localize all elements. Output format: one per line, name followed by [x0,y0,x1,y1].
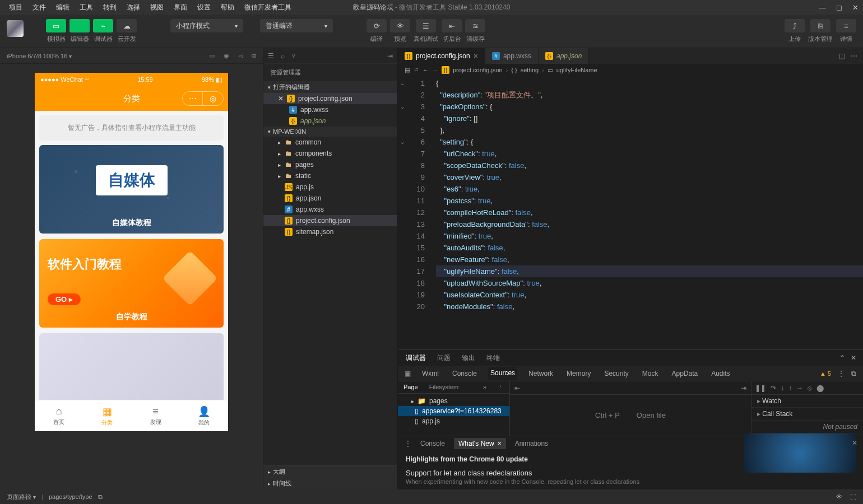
console-tab-Console[interactable]: Console [420,440,445,447]
tabbar-首页[interactable]: ⌂首页 [35,400,83,431]
tb-真机调试[interactable]: ☰真机调试 [414,19,438,43]
branch-icon[interactable]: ⑂ [291,52,295,60]
tree-item[interactable]: JSapp.js [263,181,397,193]
tree-item[interactable]: ▸🖿static [263,170,397,181]
devtab-Mock[interactable]: Mock [640,367,661,380]
devtab-Audits[interactable]: Audits [709,367,732,380]
page-path-label[interactable]: 页面路径 ▾ [7,493,36,501]
tree-item[interactable]: ▸🖿pages [263,159,397,170]
devtab-Security[interactable]: Security [602,367,630,380]
editor-tab[interactable]: #app.wxss [485,48,539,64]
card-tutorial[interactable]: 软件入门教程 GO ▸ 自学教程 [39,239,224,328]
tabbar-分类[interactable]: ▦分类 [83,400,131,431]
step-over-icon[interactable]: ↷ [771,384,776,392]
stop-icon[interactable]: ⬤ [816,384,824,392]
split-icon[interactable]: ◫ [839,52,845,60]
tabbar-发现[interactable]: ≡发现 [132,400,180,431]
menu-微信开发者工具[interactable]: 微信开发者工具 [240,2,296,13]
outline-section[interactable]: 大纲 [263,466,397,478]
deactivate-icon[interactable]: ⦸ [808,384,812,392]
console-tab-Animations[interactable]: Animations [515,440,548,447]
devtab-Network[interactable]: Network [526,367,555,380]
more-icon[interactable]: » [477,381,492,393]
pause-icon[interactable]: ❚❚ [755,384,766,392]
card-tech[interactable]: 实用技术 [39,333,224,400]
open-file[interactable]: ✕{}project.config.json [263,93,397,104]
tb-编辑器[interactable]: 编辑器 [69,19,90,43]
devtab-Wxml[interactable]: Wxml [420,367,441,380]
capsule[interactable]: ⋯◎ [182,91,224,106]
send-icon[interactable]: ◅ [238,52,243,59]
gutter-icon[interactable]: ▤ [405,67,410,74]
dock-icon[interactable]: ⧉ [851,370,856,377]
menu-项目[interactable]: 项目 [4,2,27,13]
open-editors-section[interactable]: 打开的编辑器 [263,81,397,93]
src-tab-Filesystem[interactable]: Filesystem [424,381,465,393]
warning-badge[interactable]: ▲ 5 [820,370,831,377]
tb-预览[interactable]: 👁预览 [390,19,410,43]
tb-模拟器[interactable]: ▭模拟器 [46,19,66,43]
dp-tab-终端[interactable]: 终端 [485,351,501,365]
kebab-icon[interactable]: ⋮ [405,440,411,447]
tb-详情[interactable]: ≡详情 [836,19,856,43]
bookmark-icon[interactable]: ⚐ [414,67,419,74]
timeline-section[interactable]: 时间线 [263,478,397,489]
dbg-section-Watch[interactable]: Watch [751,395,863,408]
menu-视图[interactable]: 视图 [146,2,168,13]
tb-编译[interactable]: ⟳编译 [366,19,387,43]
device-select[interactable]: iPhone 6/7/8 100% 16 ▾ [7,53,72,59]
record-icon[interactable]: ◉ [224,52,229,59]
list-icon[interactable]: ☰ [268,52,274,60]
project-section[interactable]: MP-WEIXIN [263,127,397,137]
menu-工具[interactable]: 工具 [75,2,98,13]
tree-item[interactable]: #app.wxss [263,204,397,215]
devtab-AppData[interactable]: AppData [669,367,700,380]
editor-tab[interactable]: {}project.config.json× [398,48,485,64]
tb-清缓存[interactable]: ≋清缓存 [465,19,485,43]
avatar[interactable] [7,20,24,37]
tb-调试器[interactable]: ⌁调试器 [93,19,113,43]
menu-界面[interactable]: 界面 [169,2,192,13]
console-tab-What's New[interactable]: What's New× [454,438,506,449]
kebab-icon[interactable]: ⋮ [838,370,845,377]
more-icon[interactable]: ⋯ [851,52,857,60]
dbg-section-Call Stack[interactable]: Call Stack [751,408,863,421]
tree-item[interactable]: ▸🖿common [263,137,397,148]
kebab-icon[interactable]: ⋮ [492,381,509,393]
open-file[interactable]: {}app.json [263,115,397,127]
step-out-icon[interactable]: ↑ [788,384,792,392]
minimize-icon[interactable]: — [819,3,826,12]
menu-选择[interactable]: 选择 [122,2,145,13]
copy-icon[interactable]: ⧉ [252,52,256,59]
step-icon[interactable]: → [796,384,803,392]
tree-item[interactable]: {}app.json [263,193,397,204]
menu-编辑[interactable]: 编辑 [52,2,74,13]
devtab-Console[interactable]: Console [450,367,479,380]
mode-select[interactable]: 小程序模式▾ [170,19,243,32]
tree-item[interactable]: {}sitemap.json [263,226,397,237]
tb-版本管理[interactable]: ⎘版本管理 [808,19,833,43]
close-panel-icon[interactable]: ✕ [851,354,856,362]
src-tree-item[interactable]: ▯appservice?t=1614326283 [398,406,509,416]
dp-tab-问题[interactable]: 问题 [436,351,452,365]
inspect-icon[interactable]: ▣ [405,370,411,377]
expand-icon[interactable]: ⛶ [850,493,856,500]
step-into-icon[interactable]: ↓ [781,384,784,392]
compile-select[interactable]: 普通编译▾ [260,19,333,32]
tb-云开发[interactable]: ☁云开发 [117,19,137,43]
device-icon[interactable]: ▭ [209,52,215,59]
copy-path-icon[interactable]: ⧉ [98,493,103,501]
forward-icon[interactable]: → [432,67,438,73]
src-tab-Page[interactable]: Page [398,381,424,393]
menu-设置[interactable]: 设置 [193,2,215,13]
card-media[interactable]: 自媒体 自媒体教程 [39,145,224,234]
devtab-Sources[interactable]: Sources [488,367,517,380]
open-file[interactable]: #app.wxss [263,104,397,115]
tree-item[interactable]: ▸🖿components [263,148,397,159]
prev-icon[interactable]: ⇤ [514,384,520,392]
back-icon[interactable]: ← [423,67,429,73]
collapse-icon[interactable]: ⇥ [387,52,393,60]
close-console-icon[interactable]: ✕ [852,439,857,447]
editor-tab[interactable]: {}app.json [539,48,589,64]
tb-上传[interactable]: ⤴上传 [785,19,805,43]
